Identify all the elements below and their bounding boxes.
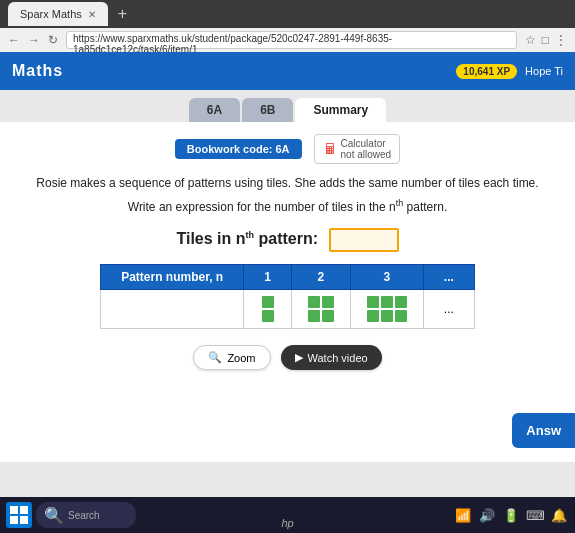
pattern-2 [291,290,350,329]
language-icon: ⌨ [525,505,545,525]
tile [322,296,334,308]
browser-tab-active[interactable]: Sparx Maths ✕ [8,2,108,26]
tile [262,296,274,308]
content-area: Bookwork code: 6A 🖩 Calculator not allow… [0,122,575,462]
tab-bar: Sparx Maths ✕ + [0,0,575,28]
tile [395,296,407,308]
watch-video-button[interactable]: ▶ Watch video [281,345,382,370]
table-header-2: 2 [291,265,350,290]
zoom-button[interactable]: 🔍 Zoom [193,345,270,370]
pattern-dots: ... [423,290,474,329]
calculator-text: Calculator not allowed [341,138,392,160]
new-tab-icon[interactable]: + [112,5,133,23]
tile [367,310,379,322]
tile [395,310,407,322]
tile [308,296,320,308]
tile [308,310,320,322]
tile-grid-2 [308,296,334,322]
address-bar: ← → ↻ https://www.sparxmaths.uk/student/… [0,28,575,52]
browser-action-icons: ☆ □ ⋮ [525,33,567,47]
tile-grid-3 [367,296,407,322]
tab-summary[interactable]: Summary [295,98,386,122]
notification-icon[interactable]: 🔔 [549,505,569,525]
nav-right: 10,641 XP Hope Ti [456,64,563,79]
forward-icon[interactable]: → [28,33,40,47]
pattern-1 [244,290,292,329]
table-row: Pattern [101,290,475,329]
tab-title: Sparx Maths [20,8,82,20]
tile [367,296,379,308]
battery-icon: 🔋 [501,505,521,525]
table-header-1: 1 [244,265,292,290]
bookwork-code: Bookwork code: 6A [175,139,302,159]
pattern-3 [350,290,423,329]
table-header-dots: ... [423,265,474,290]
search-placeholder: Search [68,510,100,521]
url-bar[interactable]: https://www.sparxmaths.uk/student/packag… [66,31,517,49]
tab-section: 6A 6B Summary [0,90,575,122]
reload-icon[interactable]: ↻ [48,33,58,47]
top-nav: Maths 10,641 XP Hope Ti [0,52,575,90]
tab-6a[interactable]: 6A [189,98,240,122]
tile [381,310,393,322]
volume-icon: 🔊 [477,505,497,525]
network-icon: 📶 [453,505,473,525]
table-header-n: Pattern number, n [101,265,244,290]
hp-logo: hp [281,517,293,529]
pattern-label: Pattern [101,290,244,329]
bookmark-icon[interactable]: ☆ [525,33,536,47]
tab-close-icon[interactable]: ✕ [88,9,96,20]
start-button[interactable] [6,502,32,528]
window-icon[interactable]: □ [542,33,549,47]
taskbar: 🔍 Search hp 📶 🔊 🔋 ⌨ 🔔 [0,497,575,533]
xp-badge: 10,641 XP [456,64,517,79]
tile [381,296,393,308]
pattern-table-wrap: Pattern number, n 1 2 3 ... Pattern [20,264,555,329]
table-header-3: 3 [350,265,423,290]
tile-grid-1 [262,296,274,322]
tab-6b[interactable]: 6B [242,98,293,122]
question-line1: Rosie makes a sequence of patterns using… [20,174,555,192]
user-name: Hope Ti [525,65,563,77]
calculator-icon: 🖩 [323,141,337,157]
play-icon: ▶ [295,351,303,364]
answer-button[interactable]: Answ [512,413,575,448]
browser-chrome: Sparx Maths ✕ + ← → ↻ https://www.sparxm… [0,0,575,52]
answer-heading: Tiles in nth pattern: [20,228,555,252]
brand-logo: Maths [12,62,63,80]
back-icon[interactable]: ← [8,33,20,47]
pattern-table: Pattern number, n 1 2 3 ... Pattern [100,264,475,329]
taskbar-system-icons: 📶 🔊 🔋 ⌨ 🔔 [453,505,569,525]
more-icon[interactable]: ⋮ [555,33,567,47]
zoom-icon: 🔍 [208,351,222,364]
taskbar-search-box[interactable]: 🔍 Search [36,502,136,528]
app-container: Maths 10,641 XP Hope Ti 6A 6B Summary Bo… [0,52,575,533]
button-row: 🔍 Zoom ▶ Watch video [20,345,555,370]
question-line2: Write an expression for the number of ti… [20,198,555,214]
calculator-badge: 🖩 Calculator not allowed [314,134,401,164]
search-icon: 🔍 [44,506,64,525]
tile [262,310,274,322]
tile [322,310,334,322]
bookwork-bar: Bookwork code: 6A 🖩 Calculator not allow… [20,134,555,164]
answer-input-box[interactable] [329,228,399,252]
windows-icon [10,506,28,524]
answer-button-wrap: Answ [512,413,575,448]
